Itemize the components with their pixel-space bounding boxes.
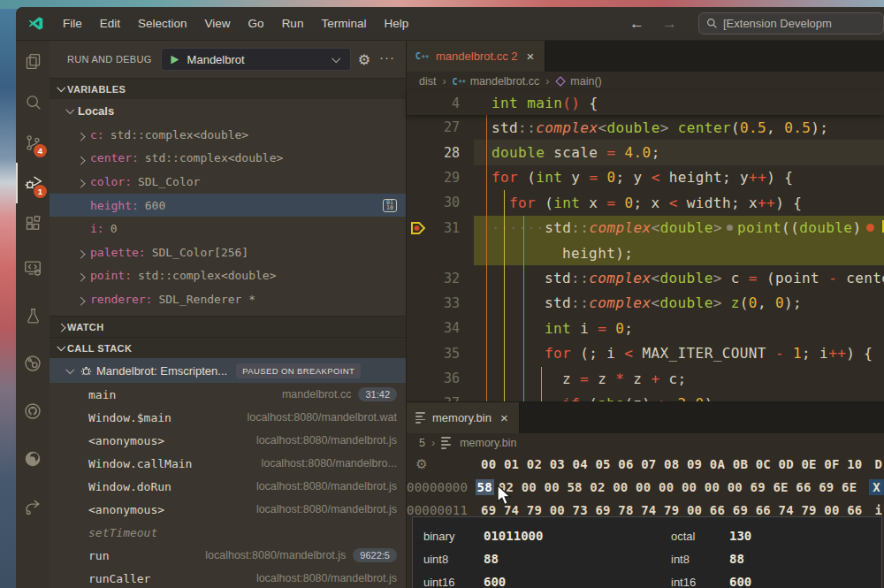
memory-breadcrumb[interactable]: 5 › memory.bin: [407, 433, 884, 453]
code-line[interactable]: 33std::complex<double> z(0, 0);: [407, 291, 884, 316]
github-icon[interactable]: [16, 387, 50, 435]
stack-frame-row[interactable]: <anonymous>localhost:8080/mandelbrot.js: [50, 498, 406, 521]
source-control-icon[interactable]: 4: [16, 122, 50, 163]
sticky-scroll-line[interactable]: 4 int main() {: [407, 91, 884, 115]
breadcrumb-folder[interactable]: dist: [419, 75, 436, 88]
breadcrumb-file[interactable]: mandelbrot.cc: [470, 75, 540, 88]
run-and-debug-icon[interactable]: 1: [16, 163, 50, 203]
stack-frame-row[interactable]: Window.doRunlocalhost:8080/mandelbrot.js: [50, 475, 406, 498]
variable-row[interactable]: palette:SDL_Color[256]: [50, 241, 406, 264]
call-stack-section-header[interactable]: CALL STACK: [50, 337, 406, 358]
menu-selection[interactable]: Selection: [129, 7, 196, 40]
indent-guide: [541, 367, 542, 401]
decoded-char[interactable]: i: [874, 503, 882, 517]
variable-row[interactable]: renderer:SDL_Renderer *: [50, 287, 406, 311]
hex-data-row[interactable]: 00000000 5802 00 00 58 02 00 00 00 00 00…: [407, 476, 884, 499]
variable-value: 600: [145, 199, 165, 212]
code-line[interactable]: 30for (int x = 0; x < width; x++) {: [407, 190, 884, 215]
variable-row[interactable]: point:std::complex<double>: [50, 264, 406, 288]
code-token: [866, 224, 874, 232]
breadcrumb-symbol[interactable]: main(): [570, 75, 601, 88]
code-line[interactable]: 35for (; i < MAX_ITER_COUNT - 1; i++) {: [407, 341, 884, 366]
launch-config-dropdown[interactable]: Mandelbrot: [161, 48, 351, 71]
more-actions-icon[interactable]: ···: [377, 50, 397, 70]
code-token: (): [562, 95, 580, 111]
menu-run[interactable]: Run: [273, 7, 313, 40]
watch-section-header[interactable]: WATCH: [50, 316, 406, 337]
variable-row[interactable]: height:6000110: [50, 194, 406, 218]
hex-bytes[interactable]: 02 00 00 58 02 00 00 00 00 00 00 69 6E 6…: [499, 480, 857, 494]
breadcrumb-group[interactable]: 5: [419, 437, 425, 449]
close-icon[interactable]: ×: [499, 410, 510, 425]
hex-column-headers: 00 01 02 03 04 05 06 07 08 09 0A 0B 0C 0…: [481, 457, 862, 471]
variable-row[interactable]: c:std::complex<double>: [50, 123, 406, 147]
stack-frame-row[interactable]: runCallerlocalhost:8080/mandelbrot.js: [50, 567, 406, 588]
command-search-box[interactable]: [Extension Developm: [698, 12, 884, 34]
selected-byte[interactable]: 58: [476, 479, 494, 495]
code-token: MAX_ITER_COUNT: [642, 345, 775, 362]
variables-section-header[interactable]: VARIABLES: [50, 78, 406, 99]
extensions-icon[interactable]: [16, 203, 50, 244]
code-line[interactable]: 31······std::complex<double>point((doubl…: [407, 216, 884, 241]
variable-row[interactable]: center:std::complex<double>: [50, 147, 406, 171]
share-arrow-icon[interactable]: [16, 483, 50, 531]
menu-help[interactable]: Help: [375, 7, 417, 40]
stack-frame-row[interactable]: Window.$mainlocalhost:8080/mandelbrot.wa…: [50, 406, 406, 429]
chevron-right-icon: [74, 271, 87, 283]
variable-row[interactable]: color:SDL_Color: [50, 170, 406, 194]
code-line[interactable]: 34int i = 0;: [407, 316, 884, 340]
gear-icon[interactable]: ⚙: [351, 51, 377, 68]
code-token: height: [669, 169, 722, 186]
close-icon[interactable]: ×: [525, 49, 537, 64]
decoded-char[interactable]: X: [869, 479, 884, 495]
code-token: (: [731, 119, 740, 136]
menu-file[interactable]: File: [54, 7, 91, 40]
stack-frame-row[interactable]: mainmandelbrot.cc31:42: [50, 383, 406, 406]
menu-go[interactable]: Go: [240, 7, 273, 40]
debug-session-row[interactable]: Mandelbrot: Emscripten... PAUSED ON BREA…: [50, 358, 406, 383]
code-token: abs: [598, 395, 624, 401]
stack-frame-row[interactable]: setTimeout: [50, 521, 406, 544]
stack-frame-row[interactable]: runlocalhost:8080/mandelbrot.js9622:5: [50, 544, 406, 567]
tab-memory-bin[interactable]: memory.bin ×: [407, 402, 520, 433]
code-token: height: [562, 245, 615, 262]
explorer-icon[interactable]: [16, 41, 50, 81]
code-line[interactable]: 28double scale = 4.0;: [407, 140, 884, 164]
code-token: );: [811, 119, 828, 136]
locals-scope-row[interactable]: Locals: [50, 99, 406, 123]
instruction-pointer-icon: [880, 219, 884, 237]
code-line[interactable]: 29for (int y = 0; y < height; y++) {: [407, 165, 884, 190]
breadcrumb[interactable]: dist › C++ mandelbrot.cc › main(): [407, 72, 884, 91]
code-line[interactable]: 32std::complex<double> c = (point - cent…: [407, 265, 884, 290]
remote-explorer-icon[interactable]: [16, 244, 50, 292]
screen: File Edit Selection View Go Run Terminal…: [0, 0, 884, 588]
tab-mandelbrot-cc[interactable]: C++ mandelbrot.cc 2 ×: [407, 41, 545, 72]
code-line[interactable]: 27std::complex<double> center(0.5, 0.5);: [407, 115, 884, 140]
back-arrow-icon[interactable]: ←: [621, 15, 653, 33]
breakpoint-current-line-icon[interactable]: [407, 220, 430, 236]
code-editor[interactable]: 27std::complex<double> center(0.5, 0.5);…: [407, 115, 884, 401]
inspector-value: 88: [729, 552, 881, 566]
line-number: 32: [430, 271, 460, 286]
debug-start-icon[interactable]: [169, 54, 180, 65]
code-token: [727, 225, 733, 231]
menu-edit[interactable]: Edit: [91, 7, 129, 40]
code-token: 0: [624, 195, 633, 211]
search-sidebar-icon[interactable]: [16, 81, 50, 122]
code-line[interactable]: height);: [407, 241, 884, 265]
menu-terminal[interactable]: Terminal: [312, 7, 375, 40]
hex-settings-gear-icon[interactable]: ⚙: [407, 456, 437, 472]
breadcrumb-file[interactable]: memory.bin: [460, 437, 516, 449]
forward-arrow-icon[interactable]: →: [653, 15, 686, 33]
stack-frame-row[interactable]: Window.callMainlocalhost:8080/mandelbro.…: [50, 452, 406, 475]
hex-bytes[interactable]: 69 74 79 00 73 69 78 74 79 00 66 69 66 7…: [481, 503, 862, 517]
edge-browser-icon[interactable]: [16, 435, 50, 483]
view-binary-icon[interactable]: 0110: [383, 199, 397, 212]
testing-beaker-icon[interactable]: [16, 292, 50, 340]
menu-view[interactable]: View: [196, 7, 240, 40]
variable-row[interactable]: i:0: [50, 217, 406, 241]
tool-circle-icon[interactable]: [16, 340, 50, 387]
stack-frame-row[interactable]: <anonymous>localhost:8080/mandelbrot.js: [50, 429, 406, 452]
code-line[interactable]: 37if (abs(z) > 2.0): [407, 391, 884, 401]
code-line[interactable]: 36z = z * z + c;: [407, 366, 884, 391]
